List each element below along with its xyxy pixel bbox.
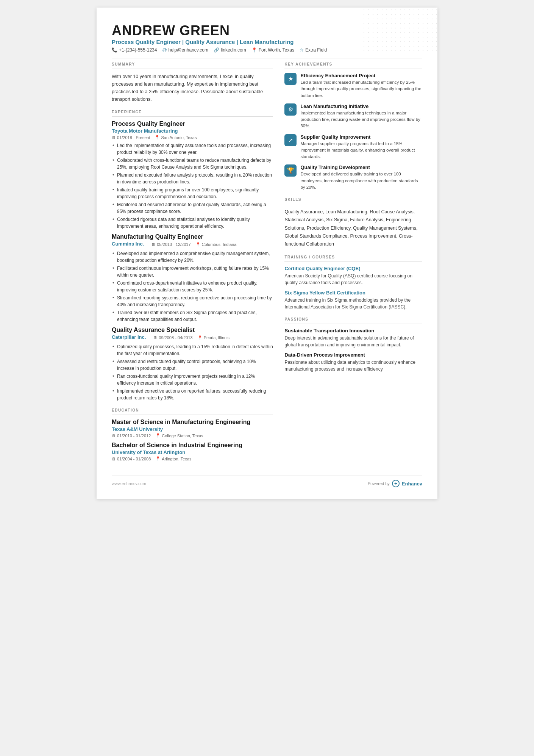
achievement-3: ↗ Supplier Quality Improvement Managed s… (284, 134, 422, 160)
passion-1-title: Sustainable Transportation Innovation (284, 328, 422, 333)
achievement-2-desc: Implemented lean manufacturing technique… (300, 110, 422, 130)
extra-icon: ☆ (300, 47, 304, 53)
candidate-name: ANDREW GREEN (112, 23, 422, 39)
calendar-icon-2: 🗓 (151, 242, 156, 247)
edu-1-school: Texas A&M University (112, 426, 273, 432)
job-2-title: Manufacturing Quality Engineer (112, 233, 273, 240)
location-icon: 📍 (251, 47, 257, 53)
bullet-item: Monitored and ensured adherence to globa… (112, 201, 273, 215)
passion-2-desc: Passionate about utilizing data analytic… (284, 359, 422, 373)
summary-divider (112, 69, 273, 69)
edu-2-meta: 🗓 01/2004 - 01/2008 📍 Arlington, Texas (112, 456, 273, 461)
experience-section: EXPERIENCE Process Quality Engineer Toyo… (112, 110, 273, 401)
resume-wrapper: ANDREW GREEN Process Quality Engineer | … (97, 8, 437, 499)
achievements-section: KEY ACHIEVEMENTS ★ Efficiency Enhancemen… (284, 62, 422, 191)
bullet-item: Conducted rigorous data and statistical … (112, 216, 273, 230)
linkedin-icon: 🔗 (214, 47, 219, 53)
bullet-item: Ran cross-functional quality improvement… (112, 373, 273, 387)
achievement-4-title: Quality Training Development (300, 164, 422, 170)
email-value: help@enhancv.com (169, 47, 208, 53)
phone-value: +1-(234)-555-1234 (119, 47, 157, 53)
achievement-4-content: Quality Training Development Developed a… (300, 164, 422, 191)
candidate-title: Process Quality Engineer | Quality Assur… (112, 39, 422, 45)
loc-icon-e1: 📍 (155, 433, 161, 438)
footer-website: www.enhancv.com (112, 481, 146, 486)
job-2: Manufacturing Quality Engineer Cummins I… (112, 233, 273, 323)
extra-value: Extra Field (305, 47, 327, 53)
achievement-4: 🏆 Quality Training Development Developed… (284, 164, 422, 191)
gear-icon: ⚙ (288, 106, 293, 113)
linkedin-contact: 🔗 linkedin.com (214, 47, 246, 53)
edu-2-date: 🗓 01/2004 - 01/2008 (112, 457, 151, 461)
email-contact: @ help@enhancv.com (162, 47, 208, 53)
loc-icon-3: 📍 (197, 335, 203, 340)
job-3-meta: 🗓 09/2008 - 04/2013 📍 Peoria, Illinois (153, 335, 230, 340)
education-title: EDUCATION (112, 408, 273, 412)
education-divider (112, 415, 273, 415)
job-3-title: Quality Assurance Specialist (112, 327, 273, 333)
job-1-employer: Toyota Motor Manufacturing (112, 128, 273, 134)
training-title: TRAINING / COURSES (284, 255, 422, 259)
job-1-bullets: Led the implementation of quality assura… (112, 142, 273, 230)
bullet-item: Led the implementation of quality assura… (112, 142, 273, 156)
edu-2: Bachelor of Science in Industrial Engine… (112, 442, 273, 461)
achievement-2-title: Lean Manufacturing Initiative (300, 103, 422, 109)
bullet-item: Initiated quality training programs for … (112, 186, 273, 200)
experience-title: EXPERIENCE (112, 110, 273, 114)
loc-icon-2: 📍 (195, 242, 201, 247)
job-2-date: 🗓 05/2013 - 12/2017 (151, 242, 190, 247)
job-3-employer: Caterpillar Inc. (112, 334, 146, 340)
achievement-3-desc: Managed supplier quality programs that l… (300, 141, 422, 160)
job-3-date: 🗓 09/2008 - 04/2013 (153, 335, 192, 340)
phone-contact: 📞 +1-(234)-555-1234 (112, 47, 157, 53)
loc-icon-1: 📍 (155, 135, 160, 140)
edu-2-school: University of Texas at Arlington (112, 449, 273, 455)
footer: www.enhancv.com Powered by Enhancv (112, 476, 422, 487)
passion-2-title: Data-Driven Process Improvement (284, 352, 422, 358)
training-section: TRAINING / COURSES Certified Quality Eng… (284, 255, 422, 310)
trophy-icon: 🏆 (287, 167, 294, 174)
education-section: EDUCATION Master of Science in Manufactu… (112, 408, 273, 461)
course-2: Six Sigma Yellow Belt Certification Adva… (284, 290, 422, 310)
job-1-title: Process Quality Engineer (112, 121, 273, 127)
star-icon: ★ (288, 75, 293, 82)
edu-2-location: 📍 Arlington, Texas (155, 456, 191, 461)
achievement-4-icon: 🏆 (284, 164, 297, 177)
calendar-icon-1: 🗓 (112, 135, 116, 140)
job-2-employer: Cummins Inc. (112, 241, 144, 247)
skills-divider (284, 204, 422, 204)
job-1-date: 🗓 01/2018 - Present (112, 135, 150, 140)
contact-line: 📞 +1-(234)-555-1234 @ help@enhancv.com 🔗… (112, 47, 422, 53)
email-icon: @ (162, 47, 167, 53)
header-divider (112, 58, 422, 58)
bullet-item: Collaborated with cross-functional teams… (112, 157, 273, 171)
passion-2: Data-Driven Process Improvement Passiona… (284, 352, 422, 373)
edu-1-location: 📍 College Station, Texas (155, 433, 203, 438)
achievement-1-content: Efficiency Enhancement Project Led a tea… (300, 73, 422, 99)
achievements-divider (284, 69, 422, 69)
skills-title: SKILLS (284, 197, 422, 202)
edu-1: Master of Science in Manufacturing Engin… (112, 419, 273, 438)
achievement-1: ★ Efficiency Enhancement Project Led a t… (284, 73, 422, 99)
edu-2-degree: Bachelor of Science in Industrial Engine… (112, 442, 273, 449)
course-2-title: Six Sigma Yellow Belt Certification (284, 290, 422, 296)
loc-icon-e2: 📍 (155, 456, 161, 461)
passion-1: Sustainable Transportation Innovation De… (284, 328, 422, 348)
achievement-4-desc: Developed and delivered quality training… (300, 171, 422, 191)
bullet-item: Developed and implemented a comprehensiv… (112, 250, 273, 264)
passion-1-desc: Deep interest in advancing sustainable s… (284, 335, 422, 348)
achievement-1-icon: ★ (284, 73, 297, 85)
experience-divider (112, 116, 273, 117)
enhancv-brand-name: Enhancv (402, 481, 422, 487)
job-2-location: 📍 Columbus, Indiana (195, 242, 237, 247)
bullet-item: Optimized quality processes, leading to … (112, 343, 273, 357)
job-2-bullets: Developed and implemented a comprehensiv… (112, 250, 273, 323)
powered-by-label: Powered by (368, 481, 390, 486)
bullet-item: Facilitated continuous improvement works… (112, 265, 273, 279)
cal-icon-e2: 🗓 (112, 457, 116, 461)
extra-contact: ☆ Extra Field (300, 47, 327, 53)
summary-section: SUMMARY With over 10 years in manufactur… (112, 62, 273, 103)
achievement-1-desc: Led a team that increased manufacturing … (300, 79, 422, 99)
header: ANDREW GREEN Process Quality Engineer | … (112, 23, 422, 58)
passions-section: PASSIONS Sustainable Transportation Inno… (284, 317, 422, 373)
